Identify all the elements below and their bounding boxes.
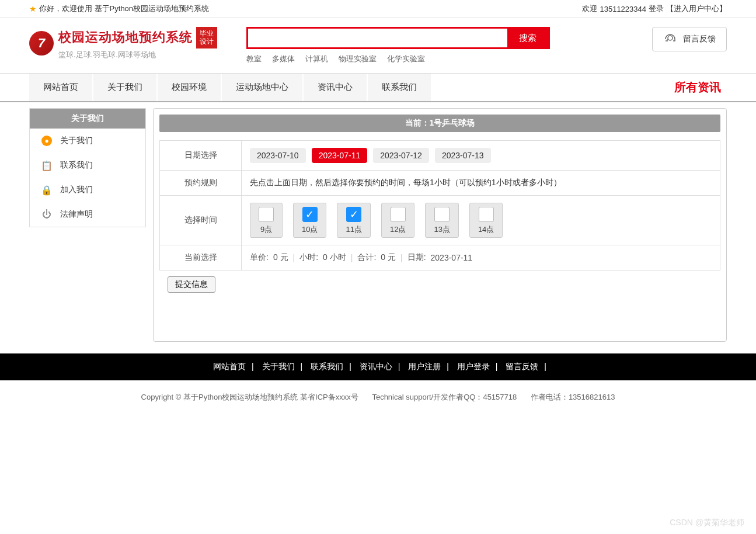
sidebar-item-label: 关于我们 [60,136,93,146]
checkbox-icon [259,207,274,222]
circle-icon: ● [41,136,52,146]
sidebar-title: 关于我们 [30,109,145,129]
nav-contact[interactable]: 联系我们 [368,74,431,101]
date-pill[interactable]: 2023-07-13 [435,148,491,163]
nav-home[interactable]: 网站首页 [29,74,92,101]
time-label: 11点 [346,224,361,235]
booking-table: 日期选择 2023-07-10 2023-07-11 2023-07-12 20… [159,140,720,271]
checkbox-icon [391,207,406,222]
sidebar-item-label: 法律声明 [60,209,93,220]
time-label: 10点 [302,224,318,235]
total-value: 0 元 [381,252,396,263]
usercenter-link[interactable]: 【进入用户中心】 [666,4,727,14]
footer-nav: 网站首页| 关于我们| 联系我们| 资讯中心| 用户注册| 用户登录| 留言反馈… [0,353,756,380]
logo-area[interactable]: 7 校园运动场地预约系统 毕业设计 篮球.足球.羽毛球.网球等场地 [29,27,217,60]
time-selector: 9点 ✓ 10点 ✓ 11点 12点 [250,203,712,238]
hours-label: 小时: [299,252,318,263]
time-label: 9点 [260,224,272,235]
search-button[interactable]: 搜索 [507,29,548,47]
login-link[interactable]: 登录 [649,4,664,14]
copyright-text: Copyright © 基于Python校园运动场地预约系统 某省ICP备xxx… [141,393,358,401]
footer-link[interactable]: 网站首页 [213,362,246,371]
footer-link[interactable]: 资讯中心 [360,362,392,371]
search-tags: 教室 多媒体 计算机 物理实验室 化学实验室 [246,54,550,64]
topbar-right: 欢迎 13511223344 登录 【进入用户中心】 [582,4,727,14]
time-slot-10[interactable]: ✓ 10点 [293,203,326,238]
total-label: 合计: [357,252,376,263]
nav-news[interactable]: 资讯中心 [304,74,367,101]
nav-venue[interactable]: 运动场地中心 [222,74,302,101]
sidebar-item-join[interactable]: 🔒 加入我们 [30,178,145,202]
submit-button[interactable]: 提交信息 [168,276,215,293]
footer-link[interactable]: 关于我们 [262,362,295,371]
content-title: 当前：1号乒乓球场 [159,115,720,132]
sidebar-item-about[interactable]: ● 关于我们 [30,129,145,153]
main-area: 关于我们 ● 关于我们 📋 联系我们 🔒 加入我们 ⏻ 法律声明 当前：1号乒乓… [0,102,756,348]
topbar: ★ 你好，欢迎使用 基于Python校园运动场地预约系统 欢迎 13511223… [0,0,756,18]
svg-point-0 [668,36,673,40]
welcome-label: 欢迎 [582,4,597,14]
star-icon: ★ [29,4,37,13]
greeting-text: 你好，欢迎使用 基于Python校园运动场地预约系统 [39,4,209,14]
rule-text: 先点击上面日期，然后选择你要预约的时间，每场1小时（可以预约1小时或者多小时） [242,171,720,196]
main-nav: 网站首页 关于我们 校园环境 运动场地中心 资讯中心 联系我们 所有资讯 [0,73,756,102]
date-pill[interactable]: 2023-07-11 [312,148,368,163]
time-label: 13点 [434,224,450,235]
time-slot-14[interactable]: 14点 [469,203,503,238]
content-panel: 当前：1号乒乓球场 日期选择 2023-07-10 2023-07-11 202… [153,108,727,342]
nav-campus[interactable]: 校园环境 [158,74,221,101]
sidebar: 关于我们 ● 关于我们 📋 联系我们 🔒 加入我们 ⏻ 法律声明 [29,108,146,227]
logo-subtitle: 篮球.足球.羽毛球.网球等场地 [58,50,217,60]
search-area: 搜索 教室 多媒体 计算机 物理实验室 化学实验室 [246,27,550,64]
headset-icon [663,32,677,46]
time-slot-9[interactable]: 9点 [250,203,283,238]
logo-icon: 7 [29,31,54,56]
nav-about[interactable]: 关于我们 [93,74,156,101]
summary-line: 单价: 0 元 | 小时: 0 小时 | 合计: 0 元 | 日期: 2023-… [250,252,712,263]
tech-support: Technical support/开发作者QQ：45157718 [372,393,517,401]
label-current: 当前选择 [160,245,242,271]
search-input[interactable] [248,29,507,47]
topbar-greeting: ★ 你好，欢迎使用 基于Python校园运动场地预约系统 [29,4,209,14]
checkbox-icon [479,207,494,222]
separator: | [400,253,403,262]
price-label: 单价: [250,252,269,263]
nav-all-news[interactable]: 所有资讯 [674,79,727,95]
search-tag[interactable]: 教室 [246,54,262,64]
checkbox-icon [434,207,450,222]
label-time: 选择时间 [160,196,242,245]
search-tag[interactable]: 物理实验室 [339,54,377,64]
footer-link[interactable]: 联系我们 [311,362,343,371]
feedback-button[interactable]: 留言反馈 [652,27,727,51]
logo-badge: 毕业设计 [196,27,217,48]
footer-link[interactable]: 用户登录 [457,362,490,371]
time-slot-12[interactable]: 12点 [381,203,414,238]
search-tag[interactable]: 计算机 [305,54,328,64]
clipboard-icon: 📋 [41,160,52,171]
date-pill[interactable]: 2023-07-12 [373,148,429,163]
user-phone[interactable]: 13511223344 [600,5,646,13]
lock-icon: 🔒 [41,185,52,195]
date-selector: 2023-07-10 2023-07-11 2023-07-12 2023-07… [250,148,712,163]
header: 7 校园运动场地预约系统 毕业设计 篮球.足球.羽毛球.网球等场地 搜索 教室 … [0,18,756,73]
time-label: 12点 [390,224,406,235]
footer-link[interactable]: 用户注册 [408,362,441,371]
time-label: 14点 [478,224,494,235]
hours-value: 0 小时 [323,252,346,263]
search-tag[interactable]: 化学实验室 [387,54,425,64]
separator: | [351,253,353,262]
search-tag[interactable]: 多媒体 [272,54,295,64]
date-pill[interactable]: 2023-07-10 [250,148,306,163]
date-value: 2023-07-11 [431,253,473,262]
sidebar-item-contact[interactable]: 📋 联系我们 [30,153,145,178]
time-slot-11[interactable]: ✓ 11点 [337,203,370,238]
price-value: 0 元 [273,252,288,263]
copyright: Copyright © 基于Python校园运动场地预约系统 某省ICP备xxx… [0,380,756,414]
sidebar-item-label: 联系我们 [60,160,93,171]
checkbox-checked-icon: ✓ [302,207,318,222]
author-phone: 作者电话：13516821613 [531,393,615,401]
sidebar-item-legal[interactable]: ⏻ 法律声明 [30,202,145,227]
time-slot-13[interactable]: 13点 [425,203,458,238]
footer-link[interactable]: 留言反馈 [506,362,538,371]
logo-title: 校园运动场地预约系统 [58,29,193,46]
